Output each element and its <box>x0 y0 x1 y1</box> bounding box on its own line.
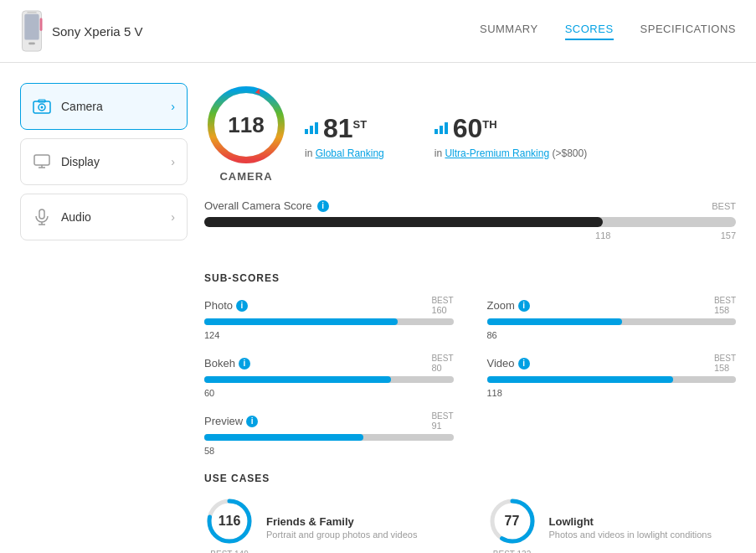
ultra-rank-in: in <box>435 147 442 159</box>
ultra-rank-link[interactable]: Ultra-Premium Ranking <box>445 147 549 159</box>
sub-bar-fill <box>204 434 363 441</box>
sub-score-bokeh: Bokeh i BEST 80 60 <box>204 354 454 398</box>
audio-icon <box>33 208 51 226</box>
ultra-rank-block: 60 TH in Ultra-Premium Ranking (>$800) <box>435 113 587 159</box>
device-logo: Sony Xperia 5 V <box>20 10 142 52</box>
use-cases-title: USE CASES <box>204 473 736 484</box>
svg-rect-4 <box>40 18 43 31</box>
sub-bar-fill <box>204 318 398 325</box>
best-label-overall: BEST <box>712 201 736 211</box>
sub-score-photo: Photo i BEST 160 124 <box>204 296 454 340</box>
sub-score-label-text: Video <box>487 357 515 370</box>
nav-summary[interactable]: SUMMARY <box>480 23 538 40</box>
sub-score-value: 60 <box>204 388 454 398</box>
use-case-lowlight: 77 BEST 132 Lowlight Photos and videos i… <box>487 496 737 553</box>
sidebar-display-label: Display <box>61 155 161 168</box>
sub-score-label-text: Zoom <box>487 299 515 312</box>
global-rank-block: 81 ST in Global Ranking <box>305 113 384 159</box>
svg-rect-1 <box>24 14 39 40</box>
header: Sony Xperia 5 V SUMMARY SCORES SPECIFICA… <box>0 0 756 63</box>
sidebar-camera-label: Camera <box>61 100 161 113</box>
overall-bar-fill <box>204 217 603 227</box>
use-case-desc: Photos and videos in lowlight conditions <box>549 530 712 540</box>
sub-score-zoom: Zoom i BEST 158 86 <box>487 296 737 340</box>
use-case-name: Lowlight <box>549 515 712 528</box>
sidebar-item-camera[interactable]: Camera › <box>20 83 188 130</box>
overall-bar-container <box>204 217 736 227</box>
ultra-rank-suffix: TH <box>482 118 496 131</box>
sub-score-value: 124 <box>204 330 454 340</box>
use-case-desc: Portrait and group photos and videos <box>266 530 417 540</box>
svg-rect-9 <box>34 155 49 165</box>
rankings: 81 ST in Global Ranking <box>305 106 736 159</box>
ultra-rank-bars-icon <box>435 122 448 134</box>
sub-score-video: Video i BEST 158 118 <box>487 354 737 398</box>
sub-score-value: 118 <box>487 388 737 398</box>
main-nav: SUMMARY SCORES SPECIFICATIONS <box>480 23 736 40</box>
use-case-info: Friends & Family Portrait and group phot… <box>266 515 417 540</box>
global-rank-link[interactable]: Global Ranking <box>316 147 384 159</box>
sub-bar-fill <box>487 318 623 325</box>
rank-bars-icon <box>305 122 318 134</box>
ultra-rank-number: 60 <box>453 113 483 144</box>
use-case-best: BEST 132 <box>493 550 531 553</box>
sidebar-item-audio[interactable]: Audio › <box>20 194 188 240</box>
camera-icon <box>33 97 51 116</box>
overall-label: Overall Camera Score <box>204 199 312 212</box>
sub-score-label-text: Bokeh <box>204 357 235 370</box>
chevron-right-icon-2: › <box>171 155 175 168</box>
sub-score-info-icon[interactable]: i <box>239 358 250 370</box>
svg-rect-2 <box>28 42 35 44</box>
sub-scores-title: SUB-SCORES <box>204 272 736 284</box>
use-cases-grid: 116 BEST 149 Friends & Family Portrait a… <box>204 496 736 553</box>
chevron-right-icon-3: › <box>171 210 175 224</box>
sub-bar-container <box>487 376 737 383</box>
svg-rect-3 <box>27 12 37 13</box>
sub-score-preview: Preview i BEST 91 58 <box>204 411 454 456</box>
camera-score-number: 118 <box>228 112 264 138</box>
sub-score-info-icon[interactable]: i <box>246 416 258 427</box>
global-rank-suffix: ST <box>353 118 368 131</box>
content-area: 118 CAMERA 81 ST <box>204 83 736 553</box>
sidebar-audio-label: Audio <box>61 210 161 224</box>
svg-rect-12 <box>39 209 44 219</box>
global-rank-number: 81 <box>323 113 353 144</box>
sub-bar-fill <box>487 376 673 383</box>
sub-bar-container <box>204 376 454 383</box>
score-header: 118 CAMERA 81 ST <box>204 83 736 183</box>
sub-score-value: 86 <box>487 330 737 340</box>
overall-camera-score: Overall Camera Score i BEST 118 157 <box>204 199 736 256</box>
main-content: Camera › Display › <box>0 63 756 553</box>
sub-scores-section: SUB-SCORES Photo i BEST 160 124 Zoom i <box>204 272 736 456</box>
donut-container: 77 <box>487 496 537 546</box>
sub-scores-grid: Photo i BEST 160 124 Zoom i BEST 158 <box>204 296 736 456</box>
display-icon <box>33 152 51 171</box>
sub-bar-fill <box>204 376 391 383</box>
sub-score-label-text: Photo <box>204 299 233 312</box>
sidebar: Camera › Display › <box>20 83 188 553</box>
nav-specifications[interactable]: SPECIFICATIONS <box>640 23 736 40</box>
sub-bar-container <box>204 434 454 441</box>
sub-score-label-text: Preview <box>204 415 243 427</box>
ultra-rank-suffix2: (>$800) <box>552 147 587 159</box>
use-case-best: BEST 149 <box>210 550 248 553</box>
use-case-info: Lowlight Photos and videos in lowlight c… <box>549 515 712 540</box>
sub-score-info-icon[interactable]: i <box>518 358 530 370</box>
overall-best-value: 157 <box>721 230 736 240</box>
camera-circle-score: 118 CAMERA <box>204 83 288 183</box>
global-rank-in: in <box>305 147 312 159</box>
svg-point-8 <box>41 106 44 109</box>
sub-score-value: 58 <box>204 446 454 456</box>
sub-bar-container <box>487 318 737 325</box>
sub-bar-container <box>204 318 454 325</box>
use-case-name: Friends & Family <box>266 515 417 528</box>
sidebar-item-display[interactable]: Display › <box>20 138 188 185</box>
use-cases-section: USE CASES 116 BEST 149 Friends & Family … <box>204 473 736 553</box>
overall-info-icon[interactable]: i <box>317 200 329 212</box>
sub-score-info-icon[interactable]: i <box>518 300 530 312</box>
phone-image <box>20 10 44 52</box>
nav-scores[interactable]: SCORES <box>565 23 614 40</box>
sub-score-info-icon[interactable]: i <box>236 300 248 312</box>
overall-score-value: 118 <box>595 230 610 240</box>
donut-number: 77 <box>505 514 520 529</box>
